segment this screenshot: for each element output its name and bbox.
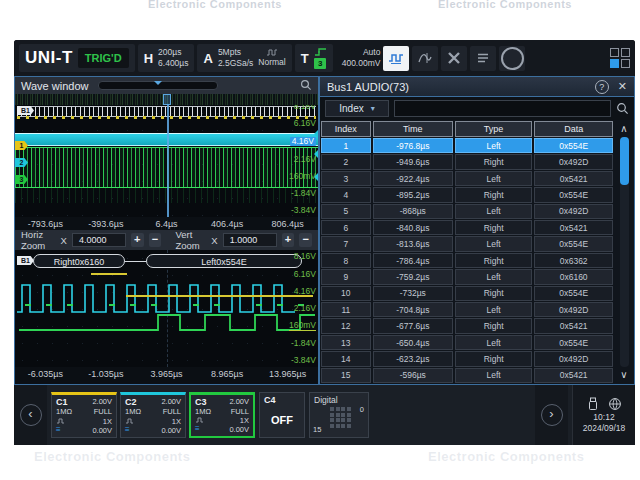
horiz-zoom-label: Horiz Zoom <box>21 229 56 251</box>
table-row[interactable]: 8 -786.4µs Right 0x6362 <box>321 253 613 268</box>
dial-button[interactable] <box>499 46 525 71</box>
lower-time-labels: -6.035µs-1.035µs3.965µs8.965µs13.965µs <box>15 367 318 381</box>
vert-zoom-plus-button[interactable]: + <box>282 233 295 247</box>
vert-zoom-minus-button[interactable]: − <box>299 233 312 247</box>
voltage-label: 160mV <box>289 172 316 181</box>
help-icon[interactable]: ? <box>595 80 609 94</box>
scroll-down-icon[interactable]: ∨ <box>620 367 627 383</box>
ground-level-icon: ≡ <box>56 426 84 435</box>
digital-channel-grid <box>330 407 351 428</box>
cell-type: Left <box>455 269 532 284</box>
cell-data: 0x5421 <box>534 171 613 186</box>
table-row[interactable]: 1 -976.8µs Left 0x554E <box>321 138 613 153</box>
cell-index: 15 <box>321 368 371 383</box>
cursor-measure-button[interactable] <box>412 46 438 71</box>
cell-time: -840.8µs <box>373 220 453 235</box>
wave-zoom-button[interactable] <box>300 79 312 93</box>
cell-data: 0x554E <box>534 138 613 153</box>
channel-impedance: 1MΩ <box>125 407 153 416</box>
cell-index: 1 <box>321 138 371 153</box>
cell-data: 0x5421 <box>534 220 613 235</box>
event-list-button[interactable] <box>470 46 496 71</box>
channel-box[interactable]: C3 2.00V 1MΩ FULL 1X ≡ 0.00V <box>189 392 255 438</box>
cell-type: Left <box>455 236 532 251</box>
table-row[interactable]: 11 -704.8µs Left 0x492D <box>321 302 613 317</box>
digital-channels-box[interactable]: Digital 0 15 <box>309 392 369 438</box>
scrollbar-track[interactable] <box>620 137 629 367</box>
waveform-overview-strip[interactable] <box>15 94 318 105</box>
horizontal-delay: 6.400µs <box>158 58 188 69</box>
probe-ratio: 1X <box>222 416 249 425</box>
channel4-box[interactable]: C4 OFF <box>259 392 305 438</box>
channel-box[interactable]: C1 2.00V 1MΩ FULL 1X ≡ 0.00V <box>51 392 117 438</box>
cell-data: 0x6362 <box>534 253 613 268</box>
horizontal-scale: 200µs <box>158 47 188 58</box>
upper-waveform-graph[interactable]: B1 123 8.16V6.16V4.16V2.16V160mV-1.84V-3… <box>15 105 318 217</box>
waveform-view-button[interactable] <box>383 46 409 71</box>
cell-type: Right <box>455 253 532 268</box>
voltage-label: 8.16V <box>294 105 316 111</box>
table-row[interactable]: 15 -596µs Left 0x5421 <box>321 368 613 383</box>
table-row[interactable]: 13 -650.4µs Left 0x554E <box>321 335 613 350</box>
scroll-up-icon[interactable]: ∧ <box>620 121 627 137</box>
collapse-left-button[interactable]: ‹ <box>20 404 42 426</box>
acquire-menu-button[interactable]: A 5Mpts 2.5GSa/s Normal <box>197 44 291 72</box>
horiz-zoom-value[interactable]: 4.0000 <box>72 233 126 247</box>
table-row[interactable]: 5 -868µs Left 0x492D <box>321 204 613 219</box>
oscilloscope-screen: UNI-T TRIG'D H 200µs 6.400µs A 5Mpts 2.5… <box>14 40 635 445</box>
xy-mode-button[interactable] <box>441 46 467 71</box>
table-scrollbar[interactable]: ∧ ∨ <box>614 120 634 384</box>
search-input[interactable] <box>394 100 611 117</box>
table-row[interactable]: 4 -895.2µs Right 0x554E <box>321 187 613 202</box>
trigger-menu-button[interactable]: T 3 <box>295 44 333 72</box>
table-row[interactable]: 3 -922.4µs Left 0x5421 <box>321 171 613 186</box>
time-label: -6.035µs <box>15 369 76 379</box>
bus-label: B1 <box>17 106 34 115</box>
cell-index: 14 <box>321 351 371 366</box>
window-layout-button[interactable] <box>610 48 630 68</box>
channel-scale: 2.00V <box>222 397 249 407</box>
cell-type: Left <box>455 302 532 317</box>
scrollbar-thumb[interactable] <box>620 137 629 185</box>
lower-waveform-graph[interactable]: B1 Right0x6160 Left0x554E 8.16V6.16V4.16… <box>15 250 318 367</box>
cell-time: -949.6µs <box>373 154 453 169</box>
chevron-down-icon: ▾ <box>371 104 375 113</box>
table-row[interactable]: 2 -949.6µs Right 0x492D <box>321 154 613 169</box>
cell-time: -704.8µs <box>373 302 453 317</box>
close-icon[interactable]: ✕ <box>618 80 627 93</box>
filter-dropdown[interactable]: Index ▾ <box>325 100 389 117</box>
cell-index: 12 <box>321 318 371 333</box>
cell-type: Left <box>455 204 532 219</box>
search-icon[interactable] <box>616 102 629 115</box>
horiz-zoom-minus-button[interactable]: − <box>149 233 162 247</box>
probe-ratio: 1X <box>153 417 181 426</box>
voltage-label: 2.16V <box>294 304 316 313</box>
table-row[interactable]: 7 -813.6µs Left 0x554E <box>321 236 613 251</box>
zoom-region-cursor[interactable] <box>167 105 169 217</box>
cell-type: Right <box>455 286 532 301</box>
table-row[interactable]: 9 -759.2µs Left 0x6160 <box>321 269 613 284</box>
table-row[interactable]: 10 -732µs Right 0x554E <box>321 286 613 301</box>
overview-cursor[interactable] <box>163 94 171 105</box>
status-area: 10:12 2024/09/18 <box>572 385 635 445</box>
cell-time: -623.2µs <box>373 351 453 366</box>
wave-position-slider[interactable] <box>98 81 218 90</box>
vert-zoom-value[interactable]: 1.0000 <box>223 233 277 247</box>
table-row[interactable]: 12 -677.6µs Right 0x5421 <box>321 318 613 333</box>
cell-data: 0x492D <box>534 154 613 169</box>
network-icon <box>608 397 622 411</box>
digital-label: Digital <box>314 395 338 405</box>
cell-type: Right <box>455 187 532 202</box>
column-header: Data <box>534 121 613 137</box>
time-label: 6.4µs <box>136 219 197 229</box>
channel-impedance: 1MΩ <box>56 407 84 416</box>
horiz-zoom-plus-button[interactable]: + <box>131 233 144 247</box>
horizontal-menu-button[interactable]: H 200µs 6.400µs <box>138 44 195 72</box>
table-row[interactable]: 14 -623.2µs Right 0x492D <box>321 351 613 366</box>
channel-box[interactable]: C2 2.00V 1MΩ FULL 1X ≡ 0.00V <box>120 392 186 438</box>
table-row[interactable]: 6 -840.8µs Right 0x5421 <box>321 220 613 235</box>
trigger-source-badge: 3 <box>314 58 326 69</box>
channel-boxes: C1 2.00V 1MΩ FULL 1X ≡ 0.00V C2 2.00V 1M… <box>51 392 255 438</box>
expand-right-button[interactable]: › <box>541 404 563 426</box>
channel2-zoom-trace <box>17 285 295 312</box>
